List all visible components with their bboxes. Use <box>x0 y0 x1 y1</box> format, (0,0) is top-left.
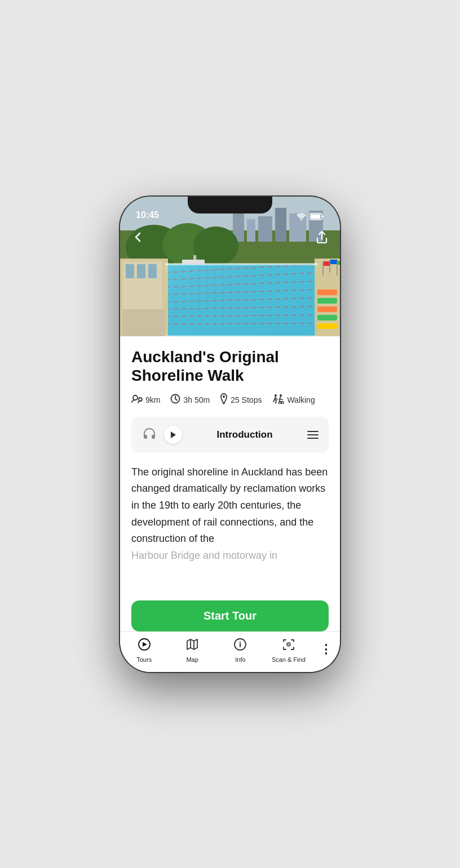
svg-point-47 <box>139 398 142 401</box>
tour-meta: 9km 3h 50m <box>131 393 329 407</box>
notch <box>188 197 272 213</box>
duration-meta: 3h 50m <box>170 394 210 406</box>
nav-map[interactable]: Map <box>175 638 209 663</box>
svg-point-46 <box>133 395 138 400</box>
svg-rect-31 <box>123 309 165 336</box>
location-icon <box>220 393 228 407</box>
distance-value: 9km <box>145 395 160 404</box>
battery-icon <box>309 213 324 220</box>
start-tour-button[interactable]: Start Tour <box>131 600 329 631</box>
info-label: Info <box>235 656 245 663</box>
nav-tours[interactable]: Tours <box>127 638 161 663</box>
phone-screen: 10:45 <box>120 197 340 672</box>
audio-controls <box>141 426 182 444</box>
wifi-icon <box>297 213 306 220</box>
nav-scan[interactable]: Scan & Find <box>272 638 306 663</box>
svg-rect-38 <box>324 261 330 266</box>
duration-value: 3h 50m <box>183 395 210 404</box>
menu-icon[interactable] <box>307 431 319 439</box>
svg-point-49 <box>223 395 225 398</box>
svg-point-58 <box>240 641 241 642</box>
svg-rect-36 <box>317 323 337 329</box>
tour-title: Auckland's Original Shoreline Walk <box>131 348 329 385</box>
nav-more[interactable]: ⋮ <box>320 638 333 657</box>
tours-icon <box>138 638 151 655</box>
audio-title: Introduction <box>216 429 272 440</box>
svg-point-0 <box>300 219 302 220</box>
phone-frame: 10:45 <box>120 197 340 672</box>
distance-meta: 9km <box>131 394 160 406</box>
mode-meta: Walking <box>272 394 315 406</box>
svg-rect-29 <box>137 264 145 278</box>
scan-label: Scan & Find <box>272 656 306 663</box>
svg-rect-34 <box>317 306 337 312</box>
svg-rect-2 <box>311 214 321 219</box>
nav-info[interactable]: Info <box>223 638 257 663</box>
svg-point-60 <box>288 644 289 645</box>
scan-icon <box>282 638 295 655</box>
svg-rect-28 <box>126 264 134 278</box>
svg-point-52 <box>279 402 281 404</box>
stops-meta: 25 Stops <box>220 393 262 407</box>
svg-rect-32 <box>317 290 337 295</box>
svg-rect-33 <box>317 298 337 304</box>
map-label: Map <box>186 656 198 663</box>
svg-rect-30 <box>148 264 157 278</box>
play-button[interactable] <box>164 426 182 444</box>
share-button[interactable] <box>313 228 331 246</box>
stops-value: 25 Stops <box>231 395 262 404</box>
svg-point-51 <box>280 394 282 397</box>
description-faded: Harbour Bridge and motorway in <box>131 547 329 564</box>
screen-content: Auckland's Original Shoreline Walk <box>120 197 340 672</box>
svg-rect-42 <box>338 261 340 265</box>
svg-rect-35 <box>317 315 337 321</box>
status-time: 10:45 <box>136 210 159 220</box>
tours-label: Tours <box>136 656 152 663</box>
clock-icon <box>170 394 180 406</box>
svg-rect-45 <box>193 255 196 260</box>
map-icon <box>185 638 199 655</box>
audio-player: Introduction <box>131 417 329 453</box>
info-icon <box>233 638 247 655</box>
walking-icon <box>272 394 284 406</box>
more-dots-icon: ⋮ <box>320 642 333 657</box>
svg-rect-44 <box>182 260 205 264</box>
status-icons <box>297 213 324 220</box>
description-text: The original shoreline in Auckland has b… <box>131 464 329 547</box>
mode-value: Walking <box>287 395 315 404</box>
svg-rect-43 <box>165 264 317 336</box>
back-button[interactable] <box>129 228 147 246</box>
bottom-nav: Tours Map <box>120 631 340 672</box>
distance-icon <box>131 394 143 406</box>
svg-point-53 <box>281 402 284 404</box>
svg-rect-40 <box>330 260 337 264</box>
headphone-icon <box>141 426 157 443</box>
